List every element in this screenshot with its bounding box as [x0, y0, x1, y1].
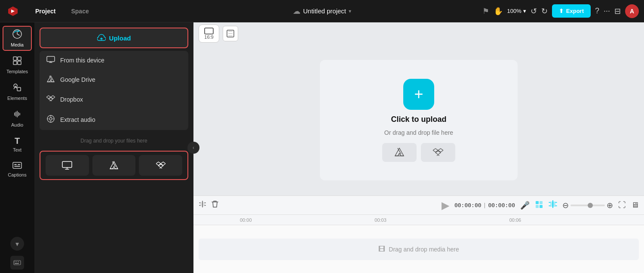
svg-rect-13	[16, 261, 17, 262]
upload-drop-area[interactable]: + Click to upload Or drag and drop file …	[320, 60, 518, 180]
google-drive-label: Google Drive	[60, 76, 95, 83]
zoom-track[interactable]	[570, 205, 605, 206]
fullscreen-button[interactable]: ⛶	[618, 201, 626, 210]
nav-expand-button[interactable]: ▾	[10, 237, 24, 251]
avatar[interactable]: A	[625, 4, 639, 18]
menu-item-extract-audio[interactable]: Extract audio	[40, 109, 188, 130]
menu-item-dropbox[interactable]: Dropbox	[40, 90, 188, 109]
nav-item-templates-label: Templates	[6, 69, 28, 74]
topbar: Project Space ☁ Untitled project ▾ ⚑ ✋ 1…	[0, 0, 644, 22]
redo-button[interactable]: ↻	[541, 6, 548, 16]
nav-item-audio[interactable]: Audio	[3, 106, 32, 131]
flag-button[interactable]: ⚑	[482, 6, 489, 16]
svg-rect-19	[62, 161, 72, 168]
collapse-panel-button[interactable]: ‹	[187, 142, 199, 154]
layout-button[interactable]: ⊟	[614, 6, 621, 16]
timeline-split-button[interactable]	[199, 200, 206, 210]
svg-rect-20	[205, 28, 213, 34]
svg-rect-12	[15, 261, 15, 262]
animation-button[interactable]	[535, 200, 543, 210]
google-drive-icon-box[interactable]	[92, 155, 136, 176]
export-button[interactable]: ⬆ Export	[552, 4, 591, 18]
svg-rect-27	[540, 205, 543, 208]
canvas-frame-button[interactable]	[223, 26, 238, 41]
nav-item-media[interactable]: Media	[3, 26, 32, 51]
dropbox-icon-box[interactable]	[139, 155, 182, 176]
extract-audio-icon	[46, 115, 55, 125]
nav-item-templates[interactable]: Templates	[3, 53, 32, 78]
zoom-thumb[interactable]	[588, 203, 593, 208]
drag-hint: Drag and drop your files here	[34, 133, 193, 149]
logo-icon[interactable]	[5, 3, 21, 19]
nav-item-elements[interactable]: Elements	[3, 79, 32, 104]
dropbox-label: Dropbox	[60, 96, 83, 103]
svg-rect-2	[18, 57, 21, 60]
aspect-ratio-label: 16:9	[204, 34, 213, 40]
svg-rect-4	[18, 61, 21, 65]
svg-rect-22	[200, 202, 202, 206]
ruler-mark-0: 00:00	[240, 217, 374, 223]
chevron-down-icon[interactable]: ▾	[349, 8, 351, 14]
extract-audio-label: Extract audio	[60, 116, 95, 123]
nav-keyboard-button[interactable]	[10, 256, 24, 270]
zoom-out-button[interactable]: ⊖	[562, 201, 569, 210]
project-tab[interactable]: Project	[28, 5, 63, 17]
topbar-left: Project Space	[5, 3, 482, 19]
project-title: Untitled project	[303, 7, 346, 15]
device-icon-box[interactable]	[46, 155, 89, 176]
audio-icon	[12, 109, 22, 121]
monitor-icon	[46, 56, 55, 65]
timeline-delete-button[interactable]	[212, 200, 218, 210]
nav-item-captions[interactable]: Captions	[3, 158, 32, 181]
export-icon: ⬆	[559, 8, 564, 14]
nav-item-elements-label: Elements	[7, 96, 27, 101]
timeline-toolbar: ▶ 00:00:00 | 00:00:00 🎤	[193, 196, 644, 215]
hand-button[interactable]: ✋	[494, 6, 503, 16]
menu-item-google-drive[interactable]: Google Drive	[40, 70, 188, 90]
svg-rect-15	[15, 263, 19, 264]
google-drive-service-button[interactable]	[382, 143, 417, 162]
cloud-icon: ☁	[293, 6, 301, 16]
undo-button[interactable]: ↺	[531, 6, 537, 16]
svg-rect-6	[17, 87, 21, 91]
svg-rect-9	[18, 164, 20, 165]
elements-icon	[12, 83, 22, 94]
from-device-label: From this device	[60, 57, 104, 64]
menu-item-from-device[interactable]: From this device	[40, 51, 188, 70]
space-tab[interactable]: Space	[63, 5, 96, 17]
timeline-zoom-control: ⊖ ⊕	[562, 201, 613, 210]
time-total: 00:00:00	[488, 202, 515, 208]
svg-rect-11	[14, 261, 21, 265]
split-audio-button[interactable]	[549, 200, 557, 210]
topbar-center: ☁ Untitled project ▾	[293, 6, 351, 16]
timeline-play-button[interactable]: ▶	[442, 199, 449, 211]
timeline: ▶ 00:00:00 | 00:00:00 🎤	[193, 195, 644, 273]
svg-rect-7	[13, 162, 21, 168]
svg-rect-8	[14, 164, 17, 165]
help-button[interactable]: ?	[595, 6, 599, 16]
canvas-main: + Click to upload Or drag and drop file …	[193, 45, 644, 195]
svg-rect-1	[13, 57, 17, 60]
panel-bottom-icons	[40, 151, 188, 180]
zoom-selector[interactable]: 100% ▾	[507, 8, 526, 14]
media-icon	[12, 29, 22, 41]
upload-dropdown-menu: From this device Google Drive	[40, 51, 188, 130]
mic-button[interactable]: 🎤	[520, 201, 530, 210]
svg-rect-26	[536, 205, 539, 208]
aspect-ratio-button[interactable]: 16:9	[199, 25, 219, 43]
nav-item-text[interactable]: T Text	[3, 133, 32, 156]
ruler-mark-2: 00:06	[509, 217, 644, 223]
upload-btn-wrapper: Upload	[34, 22, 193, 48]
project-space-tabs: Project Space	[28, 5, 97, 17]
upload-plus-button[interactable]: +	[403, 79, 434, 110]
playhead-display: 00:00:00 | 00:00:00	[454, 202, 515, 208]
dropbox-service-button[interactable]	[421, 143, 455, 162]
more-button[interactable]: ···	[604, 6, 610, 16]
svg-rect-25	[540, 201, 543, 204]
nav-item-media-label: Media	[11, 42, 24, 47]
media-panel: Upload From this device	[34, 22, 193, 273]
zoom-in-button[interactable]: ⊕	[607, 201, 613, 210]
monitor-button[interactable]: 🖥	[631, 201, 639, 210]
upload-button[interactable]: Upload	[40, 28, 188, 48]
drag-media-area[interactable]: 🎞 Drag and drop media here	[199, 239, 639, 260]
